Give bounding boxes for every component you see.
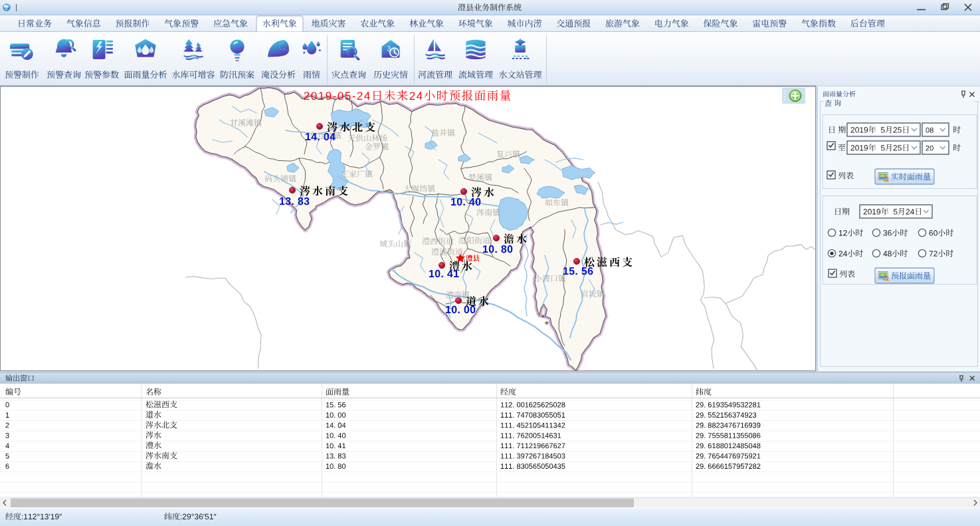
svg-text:✳: ✳ (544, 320, 549, 327)
svg-text:3: 3 (387, 45, 391, 53)
svg-text:✳: ✳ (540, 313, 545, 320)
